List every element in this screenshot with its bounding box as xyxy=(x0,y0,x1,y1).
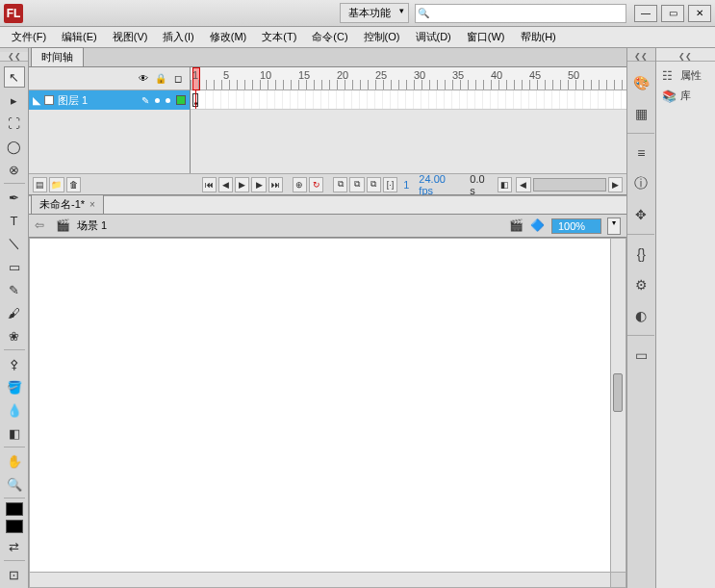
info-panel-icon[interactable]: ⓘ xyxy=(629,172,652,195)
zoom-input[interactable]: 100% xyxy=(551,218,601,234)
3d-rotation-tool-icon[interactable]: ◯ xyxy=(4,136,25,157)
onion-outline-button[interactable]: ⧉ xyxy=(349,177,364,192)
line-tool-icon[interactable]: ＼ xyxy=(4,233,25,254)
transform-panel-icon[interactable]: ✥ xyxy=(629,203,652,226)
lock-icon[interactable]: 🔒 xyxy=(155,73,166,85)
panel-collapse-icon[interactable]: ❮❮ xyxy=(0,52,28,62)
library-icon: 📚 xyxy=(662,89,676,103)
layer-visible-dot[interactable] xyxy=(155,98,160,103)
timeline-tab[interactable]: 时间轴 xyxy=(31,47,84,66)
timeline-track[interactable] xyxy=(191,90,626,110)
panel-expand-icon[interactable]: ❮❮ xyxy=(627,52,655,62)
menu-item[interactable]: 控制(O) xyxy=(356,28,408,46)
onion-skin-button[interactable]: ⧉ xyxy=(333,177,347,192)
menu-item[interactable]: 帮助(H) xyxy=(513,28,564,46)
menu-item[interactable]: 视图(V) xyxy=(105,28,156,46)
panel-expand-icon[interactable]: ❮❮ xyxy=(656,52,715,62)
scene-icon: 🎬 xyxy=(56,218,71,234)
fps-value: 24.00 fps xyxy=(415,173,464,196)
eraser-tool-icon[interactable]: ◧ xyxy=(4,422,25,444)
edit-symbol-icon[interactable]: 🔷 xyxy=(530,218,546,234)
menu-item[interactable]: 修改(M) xyxy=(202,28,255,46)
color-panel-icon[interactable]: 🎨 xyxy=(629,71,652,94)
maximize-button[interactable]: ▭ xyxy=(661,5,684,22)
bone-tool-icon[interactable]: ⚴ xyxy=(4,353,25,374)
delete-layer-button[interactable]: 🗑 xyxy=(66,177,81,192)
play-button[interactable]: ▶ xyxy=(235,177,249,192)
brush-tool-icon[interactable]: 🖌 xyxy=(4,302,25,323)
scroll-left-button[interactable]: ◀ xyxy=(516,177,530,192)
document-tab[interactable]: 未命名-1* × xyxy=(31,194,104,214)
tools-panel: ❮❮ ↖ ▸ ⛶ ◯ ⊗ ✒ T ＼ ▭ ✎ 🖌 ❀ ⚴ 🪣 💧 ◧ ✋ 🔍 ⇄ xyxy=(0,48,29,588)
time-value: 0.0 s xyxy=(466,173,496,196)
back-arrow-icon[interactable]: ⇦ xyxy=(35,218,50,234)
layer-lock-dot[interactable] xyxy=(166,98,170,103)
new-folder-button[interactable]: 📁 xyxy=(49,177,64,192)
goto-first-button[interactable]: ⏮ xyxy=(202,177,217,192)
lasso-tool-icon[interactable]: ⊗ xyxy=(4,159,25,180)
zoom-dropdown-button[interactable]: ▾ xyxy=(607,217,621,235)
pen-tool-icon[interactable]: ✒ xyxy=(4,187,25,208)
swatches-panel-icon[interactable]: ▦ xyxy=(629,102,652,125)
loop-button[interactable]: ↻ xyxy=(309,177,323,192)
timeline-ruler[interactable]: 1 5 10 15 20 25 30 35 40 45 50 xyxy=(191,67,626,90)
step-forward-button[interactable]: ▶ xyxy=(251,177,266,192)
library-panel-tab[interactable]: 📚 库 xyxy=(656,86,715,106)
close-button[interactable]: ✕ xyxy=(688,5,711,22)
new-layer-button[interactable]: ▤ xyxy=(33,177,47,192)
deco-tool-icon[interactable]: ❀ xyxy=(4,325,25,346)
swap-colors-icon[interactable]: ⇄ xyxy=(4,536,25,557)
text-tool-icon[interactable]: T xyxy=(4,210,25,231)
layer-type-icon xyxy=(44,95,54,105)
horizontal-scrollbar[interactable] xyxy=(30,572,610,587)
timeline-scrollbar[interactable] xyxy=(533,178,606,192)
scroll-right-button[interactable]: ▶ xyxy=(608,177,623,192)
layer-outline-swatch[interactable] xyxy=(176,95,186,105)
project-panel-icon[interactable]: ▭ xyxy=(629,344,652,367)
menu-item[interactable]: 文件(F) xyxy=(4,28,54,46)
menu-item[interactable]: 命令(C) xyxy=(304,28,355,46)
snap-option-icon[interactable]: ⊡ xyxy=(4,564,25,585)
goto-last-button[interactable]: ⏭ xyxy=(268,177,283,192)
menu-item[interactable]: 编辑(E) xyxy=(54,28,105,46)
edit-multiple-button[interactable]: ⧉ xyxy=(367,177,381,192)
menu-item[interactable]: 调试(D) xyxy=(408,28,459,46)
paint-bucket-tool-icon[interactable]: 🪣 xyxy=(4,376,25,397)
hand-tool-icon[interactable]: ✋ xyxy=(4,450,25,472)
menu-item[interactable]: 插入(I) xyxy=(155,28,201,46)
free-transform-tool-icon[interactable]: ⛶ xyxy=(4,113,25,134)
pencil-tool-icon[interactable]: ✎ xyxy=(4,279,25,300)
close-tab-icon[interactable]: × xyxy=(89,199,95,210)
motion-presets-icon[interactable]: ◐ xyxy=(629,304,652,327)
components-panel-icon[interactable]: ⚙ xyxy=(629,273,652,296)
rectangle-tool-icon[interactable]: ▭ xyxy=(4,256,25,277)
menu-item[interactable]: 文本(T) xyxy=(254,28,304,46)
eyedropper-tool-icon[interactable]: 💧 xyxy=(4,399,25,421)
align-panel-icon[interactable]: ≡ xyxy=(629,141,652,165)
stage-area[interactable] xyxy=(29,238,626,588)
outline-icon[interactable]: ◻ xyxy=(172,73,184,85)
minimize-button[interactable]: — xyxy=(634,5,657,22)
menu-item[interactable]: 窗口(W) xyxy=(459,28,513,46)
eye-icon[interactable]: 👁 xyxy=(138,73,149,85)
zoom-tool-icon[interactable]: 🔍 xyxy=(4,473,25,495)
layer-flag-icon: ◣ xyxy=(33,94,40,107)
properties-panel-tab[interactable]: ☷ 属性 xyxy=(656,65,715,86)
search-input[interactable] xyxy=(431,8,626,19)
stroke-color-swatch[interactable] xyxy=(6,502,23,516)
title-bar: FL 基本功能 🔍 — ▭ ✕ xyxy=(0,0,715,27)
subselection-tool-icon[interactable]: ▸ xyxy=(4,89,25,111)
search-icon: 🔍 xyxy=(416,8,431,18)
code-snippets-icon[interactable]: {} xyxy=(629,243,652,266)
search-box[interactable]: 🔍 xyxy=(415,4,626,23)
timeline-options-button[interactable]: ◧ xyxy=(498,177,512,192)
vertical-scrollbar[interactable] xyxy=(610,239,626,572)
modify-markers-button[interactable]: [·] xyxy=(383,177,397,192)
step-back-button[interactable]: ◀ xyxy=(218,177,233,192)
selection-tool-icon[interactable]: ↖ xyxy=(4,66,25,88)
workspace-dropdown[interactable]: 基本功能 xyxy=(340,3,409,23)
center-frame-button[interactable]: ⊕ xyxy=(293,177,307,192)
layer-row[interactable]: ◣ 图层 1 ✎ xyxy=(29,90,190,110)
fill-color-swatch[interactable] xyxy=(6,520,23,533)
edit-scene-icon[interactable]: 🎬 xyxy=(509,218,524,234)
